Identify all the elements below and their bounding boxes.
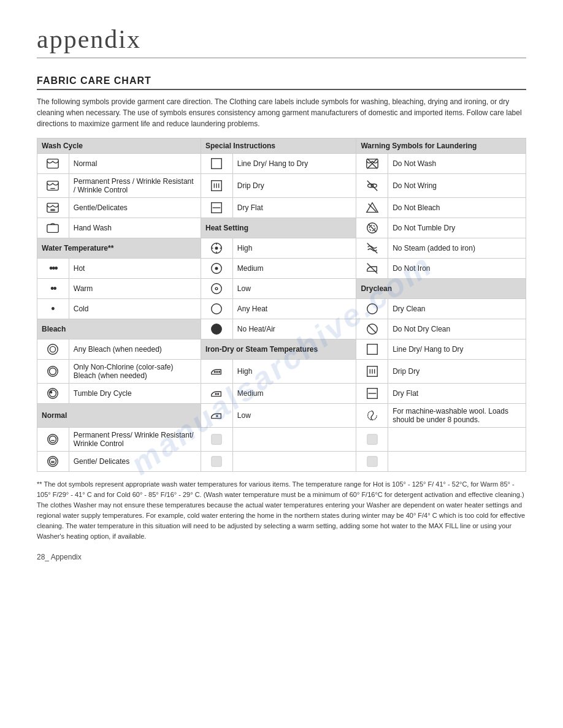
dc-line-dry-label: Line Dry/ Hang to Dry — [388, 339, 526, 360]
table-row: ••• Hot Medium Do Not Iron — [37, 259, 526, 279]
hot-icon: ••• — [37, 259, 69, 279]
machine-washable-wool-icon — [356, 404, 388, 428]
normal-gentle-icon — [37, 452, 69, 472]
normal-perm-press-icon — [37, 428, 69, 452]
any-heat-icon — [201, 299, 233, 319]
heat-low-label: Low — [232, 279, 356, 299]
normal-header: Normal — [37, 404, 201, 428]
svg-rect-65 — [212, 434, 222, 445]
dry-flat-icon — [201, 198, 233, 218]
heat-high-icon — [201, 238, 233, 259]
normal-gentle-label: Gentle/ Delicates — [69, 452, 201, 472]
any-heat-label: Any Heat — [232, 299, 356, 319]
water-temp-header: Water Temperature** — [37, 238, 201, 259]
svg-point-36 — [216, 287, 218, 290]
cold-icon: • — [37, 299, 69, 319]
tumble-dry-label: Tumble Dry Cycle — [69, 384, 201, 404]
svg-point-48 — [216, 371, 218, 373]
section-title: FABRIC CARE CHART — [37, 75, 526, 90]
svg-point-42 — [48, 344, 58, 355]
no-steam-icon — [356, 238, 388, 259]
empty-icon-1 — [201, 428, 233, 452]
warning-symbols-header: Warning Symbols for Laundering — [356, 138, 526, 154]
do-not-wash-label: Do Not Wash — [388, 154, 526, 174]
wash-normal-label: Normal — [69, 154, 201, 174]
svg-line-13 — [367, 181, 378, 191]
empty-label-4 — [388, 452, 526, 472]
dc-line-dry-icon — [356, 339, 388, 360]
cold-label: Cold — [69, 299, 201, 319]
dc-drip-dry-icon — [356, 360, 388, 384]
perm-press-label: Permanent Press / Wrinkle Resistant / Wr… — [69, 174, 201, 198]
table-row: Hand Wash Heat Setting Do Not Tumble Dry — [37, 218, 526, 238]
heat-medium-icon — [201, 259, 233, 279]
svg-rect-0 — [47, 159, 58, 169]
table-row: Permanent Press / Wrinkle Resistant / Wr… — [37, 174, 526, 198]
table-row: Water Temperature** High — [37, 238, 526, 259]
svg-point-26 — [216, 247, 218, 249]
page-title: appendix — [37, 25, 526, 58]
do-not-wring-icon — [356, 174, 388, 198]
svg-point-39 — [212, 324, 222, 335]
do-not-iron-label: Do Not Iron — [388, 259, 526, 279]
table-row: Only Non-Chlorine (color-safe) Bleach (w… — [37, 360, 526, 384]
do-not-wring-label: Do Not Wring — [388, 174, 526, 198]
iron-high-icon — [201, 360, 233, 384]
hand-wash-label: Hand Wash — [69, 218, 201, 238]
svg-point-49 — [219, 371, 220, 373]
svg-rect-44 — [367, 344, 378, 355]
heat-medium-label: Medium — [232, 259, 356, 279]
do-not-bleach-label: Do Not Bleach — [388, 198, 526, 218]
dryclean-header: Dryclean — [356, 279, 526, 299]
perm-press-icon — [37, 174, 69, 198]
svg-point-46 — [50, 368, 56, 375]
empty-icon-4 — [356, 452, 388, 472]
no-heat-air-icon — [201, 319, 233, 339]
table-row: Gentle/ Delicates — [37, 452, 526, 472]
normal-perm-press-label: Permanent Press/ Wrinkle Resistant/ Wrin… — [69, 428, 201, 452]
heat-high-label: High — [232, 238, 356, 259]
dry-clean-icon — [356, 299, 388, 319]
table-row: •• Warm Low Dryclean — [37, 279, 526, 299]
no-steam-label: No Steam (added to iron) — [388, 238, 526, 259]
heat-setting-header: Heat Setting — [201, 218, 356, 238]
heat-low-icon — [201, 279, 233, 299]
svg-point-55 — [50, 390, 56, 397]
svg-line-41 — [368, 325, 376, 333]
page-number: 28_ Appendix — [37, 553, 526, 561]
gentle-icon — [37, 198, 69, 218]
hot-label: Hot — [69, 259, 201, 279]
svg-point-33 — [216, 267, 218, 270]
special-instructions-header: Special Instructions — [201, 138, 356, 154]
svg-point-43 — [50, 346, 56, 352]
hand-wash-icon — [37, 218, 69, 238]
iron-medium-label: Medium — [232, 384, 356, 404]
iron-low-icon — [201, 404, 233, 428]
svg-point-38 — [367, 304, 378, 314]
svg-point-37 — [212, 304, 222, 314]
table-row: • Cold Any Heat Dry Clean — [37, 299, 526, 319]
bleach-header: Bleach — [37, 319, 201, 339]
iron-high-label: High — [232, 360, 356, 384]
tumble-dry-icon — [37, 384, 69, 404]
svg-point-58 — [218, 393, 219, 395]
table-row: Normal Line Dry/ Hang to Dry Do Not Wash — [37, 154, 526, 174]
iron-medium-icon — [201, 384, 233, 404]
intro-text: The following symbols provide garment ca… — [37, 96, 526, 129]
svg-point-35 — [212, 284, 222, 294]
warm-icon: •• — [37, 279, 69, 299]
empty-icon-2 — [356, 428, 388, 452]
empty-label-1 — [232, 428, 356, 452]
iron-low-label: Low — [232, 404, 356, 428]
drip-dry-label: Drip Dry — [232, 174, 356, 198]
iron-dry-steam-header: Iron-Dry or Steam Temperatures — [201, 339, 356, 360]
line-dry-icon — [201, 154, 233, 174]
non-chlorine-label: Only Non-Chlorine (color-safe) Bleach (w… — [69, 360, 201, 384]
dc-dry-flat-label: Dry Flat — [388, 384, 526, 404]
empty-label-3 — [232, 452, 356, 472]
svg-point-56 — [50, 392, 52, 393]
svg-point-57 — [216, 393, 217, 395]
dc-drip-dry-label: Drip Dry — [388, 360, 526, 384]
do-not-tumble-dry-icon — [356, 218, 388, 238]
footnote-text: ** The dot symbols represent appropriate… — [37, 479, 526, 542]
